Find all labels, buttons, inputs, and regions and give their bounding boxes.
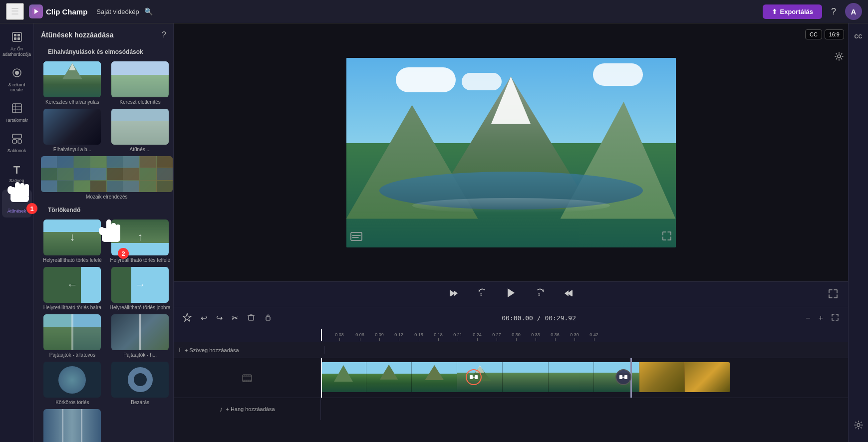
- logo-icon: [29, 4, 43, 18]
- video-preview-area: CC 16:9: [174, 23, 848, 281]
- export-button[interactable]: ⬆ Exportálás: [763, 4, 822, 19]
- sidebar-item-content[interactable]: Tartalomtár: [2, 99, 32, 127]
- subtitle-icon[interactable]: [350, 232, 362, 243]
- add-audio-button[interactable]: + Hang hozzáadása: [226, 406, 275, 412]
- zoom-in-button[interactable]: +: [816, 312, 826, 325]
- transition-cross-fade[interactable]: Keresztes elhalványulás: [41, 61, 104, 105]
- transition-third[interactable]: Harmadik: [41, 409, 104, 442]
- forward-button[interactable]: 5: [531, 286, 549, 303]
- transition-label-cross-fade: Keresztes elhalványulás: [41, 99, 104, 105]
- video-track-row: [174, 358, 848, 398]
- cc-badge[interactable]: CC: [805, 29, 822, 39]
- svg-rect-16: [12, 196, 16, 202]
- magic-tool-button[interactable]: [180, 311, 195, 326]
- transition-thumb-fade: [111, 109, 169, 145]
- transition-close[interactable]: Bezárás: [108, 362, 173, 405]
- sidebar-item-transitions[interactable]: Átűnések: [2, 190, 32, 218]
- svg-point-8: [15, 71, 19, 75]
- transition-thumb-wipe-left: ←: [43, 267, 101, 303]
- search-icon[interactable]: 🔍: [144, 7, 153, 15]
- preview-settings-icon[interactable]: [834, 51, 844, 63]
- sidebar-item-templates[interactable]: Sablonok: [2, 129, 32, 158]
- sidebar-label-transitions: Átűnések: [7, 209, 26, 214]
- sidebar-item-record[interactable]: & rekord create: [2, 63, 32, 97]
- transition-cross-blur[interactable]: Kereszt életlenítés: [108, 61, 173, 105]
- sidebar-item-text[interactable]: T Szöveg: [2, 160, 32, 188]
- transition-label-wipe-right: Helyreállítható törlés jobbra: [108, 305, 173, 310]
- sidebar-label-content: Tartalomtár: [5, 118, 28, 123]
- video-preview: [346, 58, 676, 247]
- transition-label-wipe-up: Helyreállítható törlés felfelé: [108, 257, 173, 263]
- video-preview-wrapper: [346, 58, 676, 247]
- clip-frame-9: [685, 362, 730, 392]
- audio-track-row: ♪ + Hang hozzáadása: [174, 398, 848, 420]
- undo-button[interactable]: ↩: [198, 311, 210, 325]
- fullscreen-controls-button[interactable]: [828, 289, 838, 300]
- svg-rect-51: [475, 375, 478, 379]
- transition-label-wipe-left: Helyreállítható törlés balra: [41, 305, 104, 310]
- transition-label-circle: Körkörös törlés: [41, 400, 104, 405]
- help-button[interactable]: ?: [827, 4, 840, 19]
- music-icon: ♪: [219, 405, 223, 413]
- svg-rect-2: [12, 32, 21, 41]
- transition-fade[interactable]: Átűnés ...: [108, 109, 173, 152]
- fit-button[interactable]: [828, 311, 842, 325]
- video-clip[interactable]: [321, 362, 730, 392]
- cut-button[interactable]: ✂: [229, 311, 241, 325]
- skip-back-button[interactable]: [445, 286, 463, 303]
- transition-thumb-cross-fade: [43, 61, 101, 97]
- transition-barn[interactable]: Pajtaajtók - h...: [108, 314, 173, 358]
- svg-marker-28: [508, 288, 515, 297]
- transition-barn-smooth[interactable]: Pajtaajtók - állatovos: [41, 314, 104, 358]
- cloud2: [462, 73, 502, 90]
- transition-wipe-right[interactable]: → Helyreállítható törlés jobbra: [108, 267, 173, 310]
- rewind-button[interactable]: 5: [473, 286, 491, 303]
- timeline-toolbar: ↩ ↪ ✂ 00:00.00 / 00:29.92: [174, 307, 848, 329]
- transition-wipe-down[interactable]: ↓ Helyreállítható törlés lefelé: [41, 220, 104, 263]
- section-label-fade: Elhalványulások és elmosódások: [41, 45, 173, 57]
- timeline-zoom-controls: − +: [803, 311, 842, 325]
- topbar: ☰ Clip Champ Saját videókép 🔍 ⬆ Exportál…: [0, 0, 868, 23]
- hamburger-button[interactable]: ☰: [6, 3, 24, 20]
- svg-rect-32: [572, 290, 573, 296]
- transition-mosaic[interactable]: Mozaik elrendezés: [41, 156, 173, 200]
- transition-fade-black[interactable]: Elhalványul a b...: [41, 109, 104, 152]
- zoom-out-button[interactable]: −: [803, 312, 813, 325]
- skip-forward-button[interactable]: [559, 286, 577, 303]
- transition-label-fade: Átűnés ...: [108, 147, 173, 152]
- cloud1: [396, 67, 456, 92]
- section-label-wipe: Törlőkendő: [41, 204, 173, 216]
- transition-thumb-barn: [111, 314, 169, 350]
- transitions-grid: Elhalványulások és elmosódások Keresztes…: [34, 43, 173, 442]
- transition-wipe-left[interactable]: ← Helyreállítható törlés balra: [41, 267, 104, 310]
- avatar[interactable]: A: [845, 3, 862, 20]
- svg-rect-5: [14, 37, 16, 40]
- svg-rect-3: [14, 34, 16, 36]
- transition-icon-left[interactable]: [466, 369, 482, 385]
- svg-rect-13: [12, 134, 21, 138]
- lock-button[interactable]: [261, 311, 275, 325]
- transition-label-cross-blur: Kereszt életlenítés: [108, 99, 173, 105]
- transition-wipe-up[interactable]: ↑ Helyreállítható törlés felfelé: [108, 220, 173, 263]
- play-button[interactable]: [501, 285, 521, 304]
- transition-icon-right[interactable]: [615, 369, 631, 385]
- transition-circle[interactable]: Körkörös törlés: [41, 362, 104, 405]
- fullscreen-icon[interactable]: [662, 231, 672, 243]
- content-icon: [11, 103, 22, 116]
- sidebar-item-media[interactable]: Az Ön adathordozója: [2, 27, 32, 61]
- video-track-content: [321, 358, 848, 398]
- main-layout: Az Ön adathordozója & rekord create Ta: [0, 23, 868, 442]
- text-icon: T: [13, 164, 20, 177]
- add-text-button[interactable]: + Szöveg hozzáadása: [185, 347, 239, 353]
- redo-button[interactable]: ↪: [213, 311, 226, 325]
- settings-side-button[interactable]: [851, 418, 866, 434]
- delete-button[interactable]: [244, 311, 258, 325]
- clip-frame-8: [639, 362, 685, 392]
- app-logo: Clip Champ: [29, 4, 87, 18]
- sidebar-label-media: Az Ön adathordozója: [2, 46, 31, 57]
- transition-thumb-third: [43, 409, 101, 442]
- transition-thumb-mosaic: [41, 156, 173, 192]
- left-panel-help-icon[interactable]: ?: [162, 30, 166, 39]
- svg-rect-24: [450, 290, 451, 296]
- cc-side-button[interactable]: CC: [853, 31, 865, 41]
